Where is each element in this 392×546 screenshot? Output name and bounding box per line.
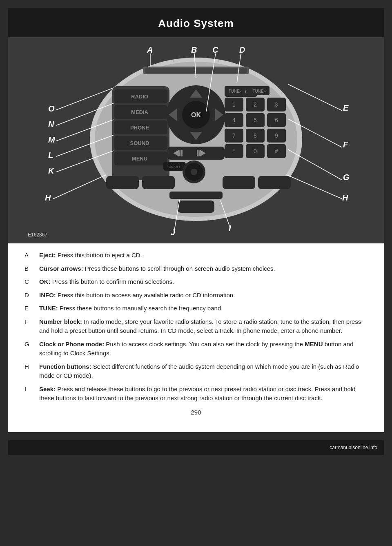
svg-text:2: 2 xyxy=(254,101,257,108)
svg-text:9: 9 xyxy=(275,132,278,139)
svg-text:4: 4 xyxy=(232,117,236,123)
audio-diagram: RADIO MEDIA PHONE SOUND MENU xyxy=(20,41,372,241)
entry-letter-H: H xyxy=(24,362,39,381)
entry-letter-F: F xyxy=(24,317,39,336)
entry-letter-A: A xyxy=(24,251,39,260)
label-J: J xyxy=(171,228,176,237)
svg-text:ON/OFF: ON/OFF xyxy=(169,165,181,169)
svg-rect-67 xyxy=(223,176,255,189)
entry-bold-C: OK: xyxy=(39,278,51,285)
entry-text-E: TUNE: Press these buttons to manually se… xyxy=(39,304,368,313)
svg-rect-4 xyxy=(145,68,247,73)
label-O: O xyxy=(48,104,55,113)
entry-bold-G-menu: MENU xyxy=(305,341,323,348)
svg-text:TUNE+: TUNE+ xyxy=(252,89,266,94)
svg-rect-69 xyxy=(169,192,223,199)
entry-text-C: OK: Press this button to confirm menu se… xyxy=(39,277,368,287)
bottom-bar: carmanualsonline.info xyxy=(8,440,384,455)
svg-rect-29 xyxy=(197,150,198,156)
svg-text:0: 0 xyxy=(254,148,257,154)
svg-text:TUNE-: TUNE- xyxy=(229,89,241,94)
entry-letter-B: B xyxy=(24,264,39,274)
label-D: D xyxy=(239,45,245,54)
entry-bold-D: INFO: xyxy=(39,292,56,299)
label-F: F xyxy=(343,140,348,149)
entry-text-F: Number block: In radio mode, store your … xyxy=(39,317,368,336)
page-number: 290 xyxy=(24,409,368,416)
entry-bold-H: Function buttons: xyxy=(39,363,91,370)
svg-text:SOUND: SOUND xyxy=(130,140,149,146)
label-H-right: H xyxy=(342,193,348,202)
label-N: N xyxy=(48,120,54,129)
diagram-container: RADIO MEDIA PHONE SOUND MENU xyxy=(8,37,384,243)
svg-text:MENU: MENU xyxy=(132,156,147,162)
svg-text:7: 7 xyxy=(232,132,236,139)
entry-A: A Eject: Press this button to eject a CD… xyxy=(24,251,368,260)
entry-B: B Cursor arrows: Press these buttons to … xyxy=(24,264,368,274)
svg-text:1: 1 xyxy=(232,101,236,108)
entry-letter-D: D xyxy=(24,291,39,300)
entry-bold-A: Eject: xyxy=(39,252,56,259)
entry-text-H: Function buttons: Select different funct… xyxy=(39,362,368,381)
entry-H: H Function buttons: Select different fun… xyxy=(24,362,368,381)
entry-letter-C: C xyxy=(24,277,39,287)
page: Audio System RADIO xyxy=(8,8,384,432)
content-area: A Eject: Press this button to eject a CD… xyxy=(8,243,384,420)
svg-rect-70 xyxy=(178,201,214,213)
entry-text-G: Clock or Phone mode: Push to access cloc… xyxy=(39,340,368,358)
entry-G: G Clock or Phone mode: Push to access cl… xyxy=(24,340,368,358)
svg-text:PHONE: PHONE xyxy=(130,125,149,131)
label-M: M xyxy=(48,135,56,144)
svg-rect-65 xyxy=(106,176,139,189)
entry-letter-E: E xyxy=(24,304,39,313)
entry-text-I: Seek: Press and release these buttons to… xyxy=(39,385,368,403)
svg-text:#: # xyxy=(275,148,278,154)
label-A: A xyxy=(147,45,153,54)
page-header: Audio System xyxy=(8,8,384,37)
svg-text:8: 8 xyxy=(254,132,257,139)
entry-bold-G: Clock or Phone mode: xyxy=(39,341,104,348)
entry-letter-G: G xyxy=(24,340,39,358)
svg-rect-26 xyxy=(181,150,183,156)
entry-bold-B: Cursor arrows: xyxy=(39,265,83,272)
svg-point-34 xyxy=(191,169,197,175)
entry-bold-I: Seek: xyxy=(39,386,56,392)
entry-text-D: INFO: Press this button to access any av… xyxy=(39,291,368,300)
label-C: C xyxy=(212,45,218,54)
entry-C: C OK: Press this button to confirm menu … xyxy=(24,277,368,287)
page-title: Audio System xyxy=(158,17,234,29)
entry-text-B: Cursor arrows: Press these buttons to sc… xyxy=(39,264,368,274)
svg-text:6: 6 xyxy=(275,117,278,123)
entry-F: F Number block: In radio mode, store you… xyxy=(24,317,368,336)
footer-brand: carmanualsonline.info xyxy=(330,445,377,450)
label-L: L xyxy=(48,151,53,160)
svg-text:OK: OK xyxy=(191,111,201,118)
entry-E: E TUNE: Press these buttons to manually … xyxy=(24,304,368,313)
label-G: G xyxy=(343,173,350,182)
entry-I: I Seek: Press and release these buttons … xyxy=(24,385,368,403)
label-E: E xyxy=(343,103,349,112)
svg-text:3: 3 xyxy=(275,101,278,108)
svg-text:MEDIA: MEDIA xyxy=(131,109,149,115)
svg-rect-68 xyxy=(258,176,291,189)
entry-D: D INFO: Press this button to access any … xyxy=(24,291,368,300)
diagram-watermark: E162867 xyxy=(28,232,47,238)
label-H-left: H xyxy=(45,193,51,202)
entry-bold-E: TUNE: xyxy=(39,305,58,312)
svg-text:*: * xyxy=(233,148,235,154)
entry-bold-F: Number block: xyxy=(39,318,82,325)
svg-text:RADIO: RADIO xyxy=(131,94,148,100)
svg-text:5: 5 xyxy=(254,117,257,123)
entry-text-A: Eject: Press this button to eject a CD. xyxy=(39,251,368,260)
entry-letter-I: I xyxy=(24,385,39,403)
svg-rect-66 xyxy=(142,176,175,189)
label-B: B xyxy=(191,45,197,54)
label-K: K xyxy=(48,166,55,175)
